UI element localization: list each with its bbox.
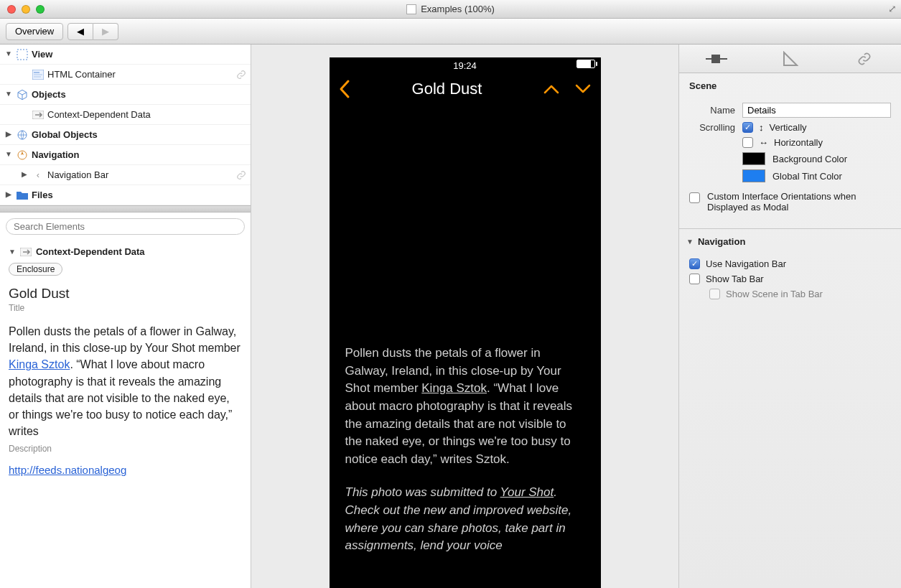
preview-navbar: Gold Dust — [330, 73, 601, 105]
tab-metrics[interactable] — [754, 45, 827, 73]
toolbar: Overview ◀ ▶ — [0, 19, 901, 45]
folder-icon — [16, 189, 29, 202]
canvas[interactable]: 19:24 Gold Dust — [251, 45, 678, 588]
tree-item-view[interactable]: ▼ View — [0, 45, 251, 65]
overview-button[interactable]: Overview — [6, 23, 63, 40]
tree-label: View — [32, 49, 52, 60]
link-icon[interactable] — [236, 170, 246, 180]
tree-label: Objects — [32, 89, 66, 100]
truncated-url[interactable]: http://feeds.nationalgeog — [9, 464, 242, 476]
title-field-label: Title — [9, 303, 242, 313]
element-inspector-panel: ▼ Context-Dependent Data Enclosure Gold … — [0, 241, 251, 588]
back-chevron-icon: ‹ — [32, 169, 45, 182]
tint-color-swatch[interactable] — [742, 169, 765, 182]
description-field-label: Description — [9, 444, 242, 454]
nav-back-button[interactable]: ◀ — [67, 23, 93, 40]
view-icon — [16, 48, 29, 61]
window-title: Examples (100%) — [421, 4, 495, 14]
tree-label: Context-Dependent Data — [47, 109, 151, 120]
left-panel: ▼ View HTML Container — [0, 45, 251, 588]
description-value: Pollen dusts the petals of a flower in G… — [9, 323, 242, 439]
updown-icon: ↕ — [759, 122, 764, 133]
preview-body: Pollen dusts the petals of a flower in G… — [330, 335, 601, 565]
horizontal-label: Horizontally — [774, 137, 823, 148]
tree-item-objects[interactable]: ▼ Objects — [0, 85, 251, 105]
scene-name-input[interactable] — [742, 103, 891, 118]
battery-icon — [576, 60, 595, 68]
show-tabbar-checkbox[interactable] — [689, 274, 700, 284]
background-color-swatch[interactable] — [742, 152, 765, 165]
tab-properties[interactable] — [680, 45, 753, 73]
context-data-icon — [20, 248, 32, 256]
status-time: 19:24 — [453, 60, 477, 71]
tree-item-navigation[interactable]: ▼ Navigation — [0, 145, 251, 165]
panel-divider[interactable] — [0, 205, 251, 213]
context-data-icon — [32, 108, 45, 121]
back-button[interactable] — [338, 79, 351, 99]
scrolling-label: Scrolling — [689, 122, 735, 133]
author-link[interactable]: Kinga Sztok — [9, 358, 70, 370]
down-button[interactable] — [574, 83, 592, 95]
html-container-icon — [32, 68, 45, 81]
tree-label: Files — [32, 190, 53, 200]
show-tabbar-label: Show Tab Bar — [706, 274, 764, 284]
panel-header: Context-Dependent Data — [36, 246, 145, 257]
title-value: Gold Dust — [9, 286, 242, 302]
tree-item-global-objects[interactable]: ▶ Global Objects — [0, 125, 251, 145]
window-titlebar: Examples (100%) ⤢ — [0, 0, 901, 19]
tree-item-navigation-bar[interactable]: ▶ ‹ Navigation Bar — [0, 165, 251, 185]
tab-connections[interactable] — [828, 45, 901, 73]
scene-section-title: Scene — [679, 73, 901, 95]
author-link[interactable]: Kinga Sztok — [421, 381, 487, 395]
tree-item-context-data[interactable]: Context-Dependent Data — [0, 105, 251, 125]
svg-rect-0 — [17, 50, 27, 60]
vertical-label: Vertically — [770, 122, 807, 133]
svg-rect-10 — [711, 55, 720, 63]
tree-label: Navigation — [32, 149, 79, 160]
outline-tree: ▼ View HTML Container — [0, 45, 251, 205]
bg-color-label: Background Color — [772, 154, 847, 164]
status-bar: 19:24 — [330, 57, 601, 73]
inspector-panel: Scene Name Scrolling ✓ ↕ Vertically — [678, 45, 901, 588]
show-scene-in-tabbar-checkbox[interactable] — [709, 289, 720, 299]
fullscreen-icon[interactable]: ⤢ — [888, 3, 897, 14]
tree-label: HTML Container — [47, 69, 116, 80]
use-navbar-checkbox[interactable]: ✓ — [689, 258, 700, 269]
global-objects-icon — [16, 129, 29, 141]
yourshot-link[interactable]: Your Shot — [500, 485, 554, 499]
tree-item-files[interactable]: ▶ Files — [0, 185, 251, 205]
enclosure-pill[interactable]: Enclosure — [9, 263, 62, 276]
tree-label: Navigation Bar — [47, 169, 108, 180]
link-icon[interactable] — [236, 70, 246, 80]
navigation-icon — [16, 149, 29, 162]
navigation-section-title: Navigation — [698, 236, 745, 247]
name-label: Name — [689, 105, 735, 116]
custom-orientations-label: Custom Interface Orientations when Displ… — [707, 191, 891, 213]
tree-label: Global Objects — [32, 129, 98, 140]
preview-image — [330, 105, 601, 335]
show-scene-in-tabbar-label: Show Scene in Tab Bar — [726, 289, 823, 299]
device-preview: 19:24 Gold Dust — [330, 57, 601, 588]
search-input[interactable] — [6, 218, 245, 235]
vertical-scroll-checkbox[interactable]: ✓ — [742, 122, 753, 133]
preview-title: Gold Dust — [412, 80, 482, 98]
objects-icon — [16, 88, 29, 101]
up-button[interactable] — [543, 83, 560, 95]
tree-item-html-container[interactable]: HTML Container — [0, 65, 251, 85]
nav-forward-button[interactable]: ▶ — [93, 23, 118, 40]
use-navbar-label: Use Navigation Bar — [706, 258, 786, 269]
document-icon — [406, 4, 416, 14]
tint-color-label: Global Tint Color — [772, 171, 842, 182]
leftright-icon: ↔ — [759, 137, 768, 148]
horizontal-scroll-checkbox[interactable] — [742, 137, 753, 148]
custom-orientations-checkbox[interactable] — [689, 192, 700, 203]
